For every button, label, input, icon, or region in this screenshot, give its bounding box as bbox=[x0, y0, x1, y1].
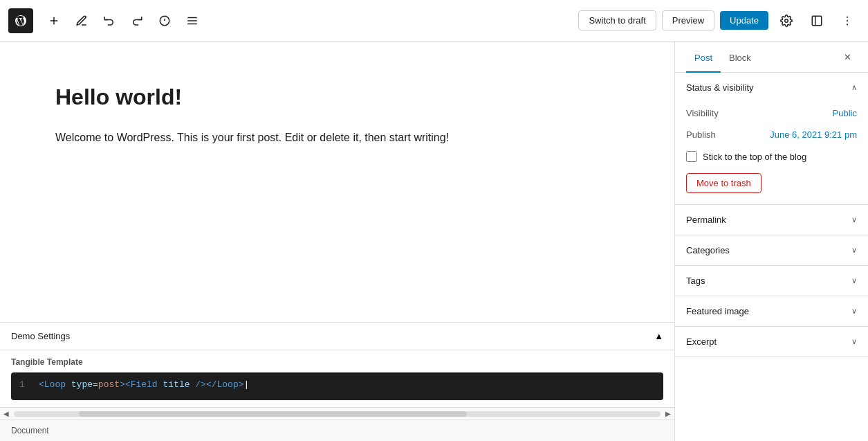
excerpt-chevron: ∨ bbox=[851, 337, 857, 346]
categories-chevron: ∨ bbox=[851, 246, 857, 255]
sidebar: Post Block ✕ Status & visibility ∧ Visib… bbox=[674, 42, 868, 441]
tools-button[interactable] bbox=[69, 8, 94, 33]
list-view-button[interactable] bbox=[180, 8, 205, 33]
status-visibility-section: Status & visibility ∧ Visibility Public … bbox=[675, 73, 868, 205]
code-tag-field: ><Field bbox=[120, 379, 163, 390]
code-val-post: post bbox=[98, 379, 120, 390]
toolbar: Switch to draft Preview Update bbox=[0, 0, 868, 42]
featured-image-chevron: ∨ bbox=[851, 307, 857, 316]
code-editor[interactable]: 1 <Loop type=post><Field title /></Loop>… bbox=[11, 372, 663, 400]
settings-button[interactable] bbox=[774, 8, 799, 33]
svg-point-8 bbox=[785, 19, 788, 22]
categories-section[interactable]: Categories ∨ bbox=[675, 235, 868, 266]
permalink-section[interactable]: Permalink ∨ bbox=[675, 205, 868, 235]
tab-post[interactable]: Post bbox=[686, 42, 721, 73]
status-visibility-heading: Status & visibility bbox=[686, 82, 754, 93]
switch-to-draft-button[interactable]: Switch to draft bbox=[578, 10, 656, 30]
scroll-track[interactable] bbox=[14, 411, 661, 417]
toolbar-right: Switch to draft Preview Update bbox=[578, 8, 860, 33]
tangible-template-section: Tangible Template 1 <Loop type=post><Fie… bbox=[0, 350, 674, 407]
tab-block[interactable]: Block bbox=[721, 42, 759, 73]
move-to-trash-button[interactable]: Move to trash bbox=[686, 173, 761, 193]
code-caret: | bbox=[244, 379, 250, 390]
svg-point-13 bbox=[847, 24, 848, 25]
line-number: 1 bbox=[19, 378, 30, 395]
document-label: Document bbox=[11, 426, 49, 435]
stick-top-label: Stick to the top of the blog bbox=[703, 152, 806, 162]
post-content[interactable]: Welcome to WordPress. This is your first… bbox=[55, 129, 619, 147]
tangible-template-label: Tangible Template bbox=[11, 357, 663, 367]
code-equals: = bbox=[93, 379, 98, 390]
excerpt-section[interactable]: Excerpt ∨ bbox=[675, 327, 868, 357]
demo-settings-label: Demo Settings bbox=[11, 331, 70, 341]
scroll-right-arrow[interactable]: ▶ bbox=[662, 408, 674, 420]
update-button[interactable]: Update bbox=[720, 11, 768, 30]
post-title[interactable]: Hello world! bbox=[55, 83, 619, 112]
featured-image-heading: Featured image bbox=[686, 306, 749, 316]
visibility-value[interactable]: Public bbox=[833, 108, 857, 118]
stick-top-checkbox[interactable] bbox=[686, 151, 697, 162]
editor-mode-button[interactable] bbox=[804, 8, 829, 33]
svg-rect-9 bbox=[812, 16, 822, 26]
publish-value[interactable]: June 6, 2021 9:21 pm bbox=[770, 129, 857, 140]
tags-section[interactable]: Tags ∨ bbox=[675, 266, 868, 296]
sidebar-tabs: Post Block ✕ bbox=[675, 42, 868, 73]
demo-settings-bar[interactable]: Demo Settings ▲ bbox=[0, 322, 674, 350]
code-attr-type: type bbox=[71, 379, 93, 390]
svg-point-11 bbox=[847, 16, 848, 17]
main-layout: Hello world! Welcome to WordPress. This … bbox=[0, 42, 868, 441]
svg-point-12 bbox=[847, 19, 848, 21]
wp-logo bbox=[8, 8, 33, 33]
undo-button[interactable] bbox=[97, 8, 122, 33]
featured-image-section[interactable]: Featured image ∨ bbox=[675, 296, 868, 327]
tags-heading: Tags bbox=[686, 276, 705, 286]
code-tag-open: <Loop bbox=[39, 379, 71, 390]
scroll-thumb[interactable] bbox=[79, 411, 467, 417]
editor-area[interactable]: Hello world! Welcome to WordPress. This … bbox=[0, 42, 674, 441]
demo-settings-chevron: ▲ bbox=[654, 331, 663, 341]
categories-heading: Categories bbox=[686, 245, 730, 255]
document-bar: Document bbox=[0, 420, 674, 441]
code-attr-title: title bbox=[163, 379, 195, 390]
bottom-panels: Demo Settings ▲ Tangible Template 1 <Loo… bbox=[0, 322, 674, 441]
preview-button[interactable]: Preview bbox=[662, 10, 714, 30]
redo-button[interactable] bbox=[124, 8, 149, 33]
scroll-left-arrow[interactable]: ◀ bbox=[0, 408, 12, 420]
code-line[interactable]: <Loop type=post><Field title /></Loop>| bbox=[39, 378, 655, 395]
permalink-heading: Permalink bbox=[686, 215, 726, 225]
publish-label: Publish bbox=[686, 129, 716, 140]
sidebar-close-button[interactable]: ✕ bbox=[838, 47, 857, 66]
horizontal-scrollbar[interactable]: ◀ ▶ bbox=[0, 407, 674, 420]
status-visibility-header[interactable]: Status & visibility ∧ bbox=[675, 73, 868, 102]
publish-row: Publish June 6, 2021 9:21 pm bbox=[686, 124, 857, 145]
permalink-chevron: ∨ bbox=[851, 215, 857, 224]
toolbar-left bbox=[8, 8, 578, 33]
stick-top-row: Stick to the top of the blog bbox=[686, 145, 857, 168]
add-block-button[interactable] bbox=[41, 8, 66, 33]
status-visibility-chevron: ∧ bbox=[851, 83, 857, 92]
excerpt-heading: Excerpt bbox=[686, 336, 717, 347]
more-options-button[interactable] bbox=[835, 8, 860, 33]
code-tag-close: /></Loop> bbox=[195, 379, 243, 390]
tags-chevron: ∨ bbox=[851, 276, 857, 285]
visibility-label: Visibility bbox=[686, 108, 719, 118]
details-button[interactable] bbox=[152, 8, 177, 33]
visibility-row: Visibility Public bbox=[686, 102, 857, 124]
status-visibility-body: Visibility Public Publish June 6, 2021 9… bbox=[675, 102, 868, 204]
